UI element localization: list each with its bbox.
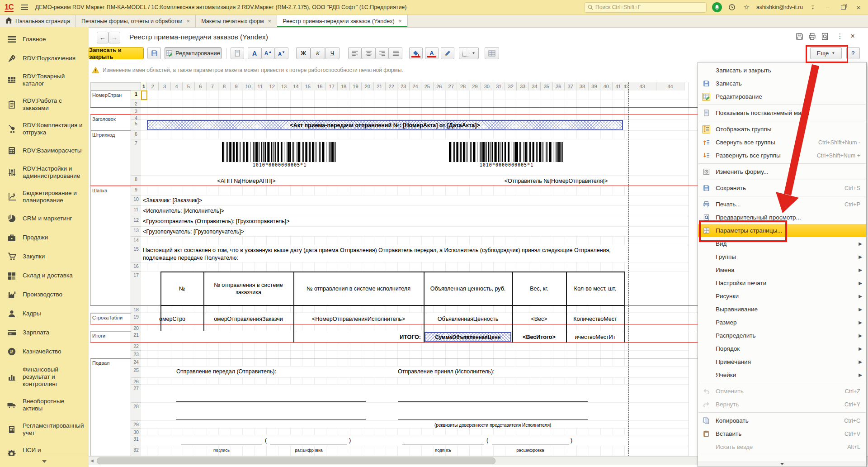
column-header-32[interactable]: 32 <box>505 82 517 91</box>
column-header-11[interactable]: 11 <box>255 82 266 91</box>
data-row-cell[interactable]: <НомерОтправленияИсполнитель> <box>293 314 424 324</box>
tab-close-icon[interactable]: × <box>268 18 272 24</box>
column-header-18[interactable]: 18 <box>338 82 349 91</box>
column-header-44[interactable]: 44 <box>656 82 684 91</box>
table-header-cell[interactable]: № <box>161 272 203 305</box>
column-header-25[interactable]: 25 <box>421 82 433 91</box>
tab-close-icon[interactable]: × <box>187 18 190 24</box>
sidebar-item-sliders[interactable]: RDV:Настройки и администрирование <box>0 160 89 185</box>
region-label-Штрихкод[interactable]: Штрихкод <box>90 130 131 186</box>
more-dots-icon[interactable]: ⋮ <box>835 32 844 41</box>
border-color-button[interactable] <box>441 47 454 59</box>
column-header-30[interactable]: 30 <box>481 82 493 91</box>
column-header-40[interactable]: 40 <box>600 82 612 91</box>
tab-3[interactable]: Реестр приема-передачи заказов (Yandex)× <box>277 15 408 27</box>
table-header-cell[interactable]: № отправления в системе заказчика <box>204 272 292 305</box>
column-header-26[interactable]: 26 <box>434 82 445 91</box>
cell-totals-places[interactable]: ичествоМестИт <box>566 331 624 343</box>
row-header-7[interactable]: 7 <box>131 139 141 176</box>
cell-app-number[interactable]: <АПП №[НомерАПП]> <box>183 176 310 186</box>
restore-button[interactable] <box>838 3 848 12</box>
menu-item-выравнивание[interactable]: Выравнивание▶ <box>698 303 866 316</box>
column-header-39[interactable]: 39 <box>589 82 600 91</box>
column-header-9[interactable]: 9 <box>231 82 242 91</box>
sidebar-item-catalog[interactable]: RDV:Товарный каталог <box>0 68 89 92</box>
table-header-cell[interactable]: Объявленная ценность, руб. <box>425 272 511 305</box>
main-menu-icon[interactable] <box>21 7 28 8</box>
borders-dropdown-button[interactable]: ▼ <box>459 47 479 59</box>
minimize-button[interactable]: – <box>823 3 833 12</box>
data-row-cell[interactable]: <Вес> <box>512 314 566 324</box>
column-header-6[interactable]: 6 <box>195 82 207 91</box>
menu-item-рисунки[interactable]: Рисунки▶ <box>698 290 866 303</box>
column-header-36[interactable]: 36 <box>553 82 565 91</box>
row-header-5[interactable]: 5 <box>131 120 141 130</box>
cell-customer[interactable]: <Заказчик: [Заказчик]> <box>143 197 202 204</box>
menu-item-примечания[interactable]: Примечания▶ <box>698 355 866 368</box>
column-header-8[interactable]: 8 <box>218 82 230 91</box>
menu-item-имена[interactable]: Имена▶ <box>698 263 866 276</box>
row-header-26[interactable]: 26 <box>131 378 141 385</box>
sidebar-item-cart[interactable]: Закупки <box>0 247 89 266</box>
table-header-cell[interactable]: Вес, кг. <box>513 272 565 305</box>
cell-totals-label[interactable]: ИТОГО: <box>293 331 421 343</box>
column-header-43[interactable]: 43 <box>628 82 656 91</box>
sidebar-item-gear[interactable]: НСИ и администрирование <box>0 442 89 456</box>
table-header-cell[interactable]: Кол-во мест, шт. <box>567 272 623 305</box>
row-header-30[interactable]: 30 <box>131 429 141 435</box>
row-header-31[interactable]: 31 <box>131 435 141 446</box>
row-header-16[interactable]: 16 <box>131 262 141 272</box>
menu-scroll-down[interactable] <box>698 461 866 467</box>
column-header-16[interactable]: 16 <box>314 82 326 91</box>
sidebar-item-menu[interactable]: Главное <box>0 30 89 49</box>
align-center-button[interactable] <box>362 47 375 59</box>
row-header-32[interactable]: 32 <box>131 446 141 456</box>
menu-item-редактирование[interactable]: Редактирование <box>698 90 866 103</box>
merge-cells-button[interactable] <box>485 47 499 59</box>
align-left-button[interactable] <box>348 47 362 59</box>
row-header-21[interactable]: 21 <box>131 331 141 343</box>
row-header-25[interactable]: 25 <box>131 367 141 378</box>
sidebar-item-planning[interactable]: ₽Бюджетирование и планирование <box>0 185 89 209</box>
template-title-cell[interactable]: <Акт приема-передачи отправлений №: [Ном… <box>147 120 623 130</box>
sidebar-item-calculator[interactable]: RDV:Взаиморасчеты <box>0 141 89 160</box>
column-header-31[interactable]: 31 <box>493 82 505 91</box>
column-header-3[interactable]: 3 <box>159 82 170 91</box>
cell-totals-weight[interactable]: <ВесИтого> <box>512 331 566 343</box>
menu-item-настройки-печати[interactable]: Настройки печати▶ <box>698 276 866 290</box>
edit-toggle-button[interactable]: Редактирование <box>165 47 222 59</box>
tab-home[interactable]: Начальная страница <box>0 15 76 27</box>
row-header-27[interactable]: 27 <box>131 385 141 403</box>
data-row-cell[interactable]: КоличествоМест <box>566 314 624 324</box>
column-header-14[interactable]: 14 <box>290 82 302 91</box>
row-header-9[interactable]: 9 <box>131 186 141 195</box>
column-header-41[interactable]: 41 <box>613 82 624 91</box>
sidebar-item-orders[interactable]: RDV:Работа с заказами <box>0 92 89 117</box>
forward-button[interactable]: → <box>108 32 120 43</box>
region-label-Шапка[interactable]: Шапка <box>90 186 131 306</box>
column-header-13[interactable]: 13 <box>278 82 290 91</box>
menu-item-печать-[interactable]: Печать...Ctrl+P <box>698 198 866 211</box>
sidebar-item-truck[interactable]: Внеоборотные активы <box>0 393 89 417</box>
menu-item-размер[interactable]: Размер▶ <box>698 316 866 329</box>
column-header-35[interactable]: 35 <box>541 82 552 91</box>
region-label-Подвал[interactable]: Подвал <box>90 358 131 456</box>
row-header-8[interactable]: 8 <box>131 176 141 186</box>
close-window-button[interactable]: × <box>854 3 863 12</box>
sidebar-item-bars[interactable]: Финансовый результат и контроллинг <box>0 361 89 393</box>
column-header-4[interactable]: 4 <box>171 82 183 91</box>
preview-icon[interactable] <box>820 32 829 41</box>
current-cell-selection[interactable] <box>141 91 147 100</box>
menu-item-изменить-форму-[interactable]: Изменить форму... <box>698 165 866 178</box>
data-row-cell[interactable]: омерОтправленияЗаказчи <box>203 314 293 324</box>
column-header-24[interactable]: 24 <box>410 82 421 91</box>
menu-item-распределить[interactable]: Распределить▶ <box>698 329 866 342</box>
menu-item-сохранить[interactable]: СохранитьCtrl+S <box>698 181 866 195</box>
column-header-19[interactable]: 19 <box>350 82 362 91</box>
menu-item-вставить[interactable]: ВставитьCtrl+V <box>698 427 866 440</box>
service-menu-icon[interactable]: ≡▾ <box>808 3 817 12</box>
row-header-23[interactable]: 23 <box>131 351 141 358</box>
cell-totals-sum[interactable]: СуммаОбъявленнаяЦенн <box>425 332 511 342</box>
cell-act-text[interactable]: Настоящий акт составлен о том, что в ука… <box>143 247 622 262</box>
menu-item-копировать[interactable]: КопироватьCtrl+C <box>698 414 866 427</box>
